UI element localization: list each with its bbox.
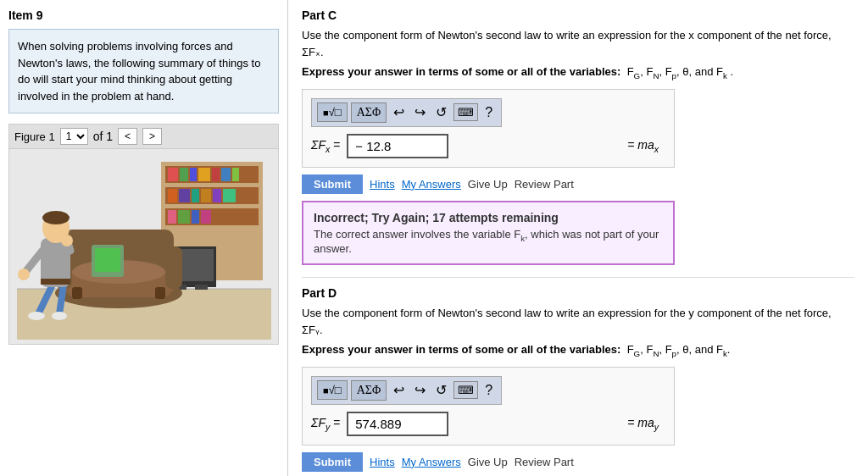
- part-d-submit-button[interactable]: Submit: [302, 452, 363, 472]
- part-d-refresh-button[interactable]: ↺: [432, 380, 450, 400]
- part-d-description: Use the component form of Newton's secon…: [302, 305, 854, 338]
- part-divider: [302, 277, 854, 278]
- part-d-toolbar: ■√□ ΑΣΦ ↩ ↪ ↺ ⌨ ?: [311, 376, 502, 405]
- svg-rect-21: [201, 210, 211, 224]
- part-c-review-part-button[interactable]: Review Part: [515, 178, 574, 191]
- part-c-submit-button[interactable]: Submit: [302, 174, 363, 194]
- figure-of: of 1: [93, 130, 113, 143]
- part-c-toolbar: ■√□ ΑΣΦ ↩ ↪ ↺ ⌨ ?: [311, 98, 502, 127]
- svg-rect-10: [221, 168, 231, 181]
- info-box: When solving problems involving forces a…: [8, 29, 279, 113]
- part-c-refresh-button[interactable]: ↺: [432, 102, 450, 122]
- figure-image: [9, 149, 278, 344]
- svg-point-49: [61, 235, 73, 246]
- part-d-radical-button[interactable]: ■√□: [317, 380, 348, 400]
- part-c-symbol-button[interactable]: ΑΣΦ: [351, 102, 387, 123]
- svg-rect-34: [72, 287, 82, 299]
- svg-line-39: [59, 285, 64, 314]
- part-d-undo-button[interactable]: ↩: [390, 380, 408, 400]
- part-d-eq-right: = may: [627, 416, 665, 432]
- part-d-input[interactable]: [347, 412, 448, 436]
- svg-rect-5: [168, 168, 178, 181]
- item-title: Item 9: [8, 8, 279, 22]
- part-c-redo-button[interactable]: ↪: [411, 102, 429, 122]
- figure-select[interactable]: 1: [60, 128, 88, 145]
- part-d-action-row: Submit Hints My Answers Give Up Review P…: [302, 452, 854, 472]
- right-panel: Part C Use the component form of Newton'…: [288, 0, 868, 476]
- part-d-redo-button[interactable]: ↪: [411, 380, 429, 400]
- part-c-keyboard-button[interactable]: ⌨: [453, 103, 478, 121]
- part-d-help-button[interactable]: ?: [481, 381, 496, 400]
- left-panel: Item 9 When solving problems involving f…: [0, 0, 288, 476]
- figure-next-button[interactable]: >: [142, 128, 162, 145]
- svg-point-48: [18, 268, 30, 280]
- svg-rect-15: [201, 189, 211, 202]
- info-text: When solving problems involving forces a…: [18, 40, 260, 102]
- part-c-give-up-button[interactable]: Give Up: [468, 178, 508, 191]
- part-d-variables: Express your answer in terms of some or …: [302, 343, 854, 358]
- part-d-label: Part D: [302, 286, 854, 300]
- svg-rect-7: [190, 168, 197, 181]
- part-d-review-part-button[interactable]: Review Part: [515, 456, 574, 468]
- part-c-feedback: Incorrect; Try Again; 17 attempts remain…: [302, 201, 675, 266]
- part-c-equation-row: ΣFx = = max: [311, 134, 665, 158]
- part-d-hints-button[interactable]: Hints: [370, 456, 395, 468]
- svg-rect-18: [168, 210, 176, 224]
- svg-rect-17: [223, 189, 236, 202]
- part-c-math-area: ■√□ ΑΣΦ ↩ ↪ ↺ ⌨ ? ΣFx = = max: [302, 89, 675, 168]
- svg-point-45: [42, 211, 70, 224]
- svg-rect-12: [168, 189, 177, 202]
- part-d-symbol-button[interactable]: ΑΣΦ: [351, 380, 387, 401]
- svg-rect-27: [195, 285, 208, 290]
- part-c-eq-label: ΣFx =: [311, 138, 340, 154]
- svg-point-41: [52, 312, 67, 320]
- figure-header: Figure 1 1 of 1 < >: [9, 125, 278, 149]
- part-c-variables-text: FG, FN, Fp, θ, and Fk .: [624, 65, 733, 78]
- part-c-variables: Express your answer in terms of some or …: [302, 65, 854, 80]
- part-d-section: Part D Use the component form of Newton'…: [302, 286, 854, 476]
- part-c-radical-button[interactable]: ■√□: [317, 102, 348, 122]
- svg-rect-14: [192, 189, 199, 202]
- part-d-equation-row: ΣFy = = may: [311, 412, 665, 436]
- svg-rect-11: [232, 168, 239, 181]
- part-d-eq-label: ΣFy =: [311, 416, 340, 432]
- svg-rect-13: [179, 189, 190, 202]
- part-c-label: Part C: [302, 8, 854, 22]
- part-d-variables-text: FG, FN, Fp, θ, and Fk.: [624, 343, 730, 356]
- figure-prev-button[interactable]: <: [118, 128, 137, 145]
- figure-controls: Figure 1 1 of 1 < >: [8, 124, 279, 345]
- svg-rect-9: [212, 168, 220, 181]
- part-d-my-answers-button[interactable]: My Answers: [402, 456, 461, 468]
- part-d-math-area: ■√□ ΑΣΦ ↩ ↪ ↺ ⌨ ? ΣFy = = may: [302, 367, 675, 446]
- part-c-undo-button[interactable]: ↩: [390, 102, 408, 122]
- part-c-hints-button[interactable]: Hints: [370, 178, 395, 191]
- part-c-description: Use the component form of Newton's secon…: [302, 27, 854, 60]
- part-d-keyboard-button[interactable]: ⌨: [453, 381, 478, 399]
- part-c-my-answers-button[interactable]: My Answers: [402, 178, 461, 191]
- svg-rect-19: [178, 210, 190, 224]
- part-c-eq-right: = max: [627, 138, 665, 154]
- part-d-give-up-button[interactable]: Give Up: [468, 456, 508, 468]
- svg-rect-20: [192, 210, 199, 224]
- svg-rect-35: [155, 287, 165, 299]
- part-c-section: Part C Use the component form of Newton'…: [302, 8, 854, 265]
- part-c-feedback-title: Incorrect; Try Again; 17 attempts remain…: [314, 211, 663, 224]
- svg-point-40: [28, 312, 45, 320]
- part-c-input[interactable]: [347, 134, 448, 158]
- figure-label: Figure 1: [14, 130, 55, 143]
- part-c-feedback-text: The correct answer involves the variable…: [314, 228, 663, 256]
- svg-rect-6: [180, 168, 188, 181]
- figure-illustration: [17, 153, 271, 340]
- part-c-action-row: Submit Hints My Answers Give Up Review P…: [302, 174, 854, 194]
- svg-rect-32: [165, 246, 182, 289]
- svg-rect-37: [95, 248, 120, 272]
- svg-rect-43: [41, 279, 70, 285]
- svg-rect-8: [198, 168, 210, 181]
- svg-rect-16: [213, 189, 221, 202]
- part-c-help-button[interactable]: ?: [481, 103, 496, 122]
